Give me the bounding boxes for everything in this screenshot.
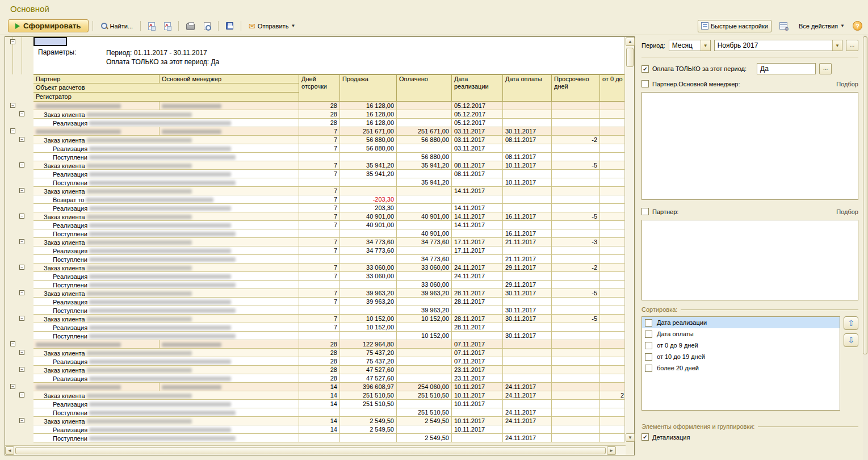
cell-days[interactable] bbox=[299, 306, 340, 315]
expander-icon[interactable]: − bbox=[19, 265, 24, 270]
table-row[interactable]: Поступлени10 152,0030.11.2017 bbox=[5, 332, 626, 340]
cell-range0[interactable] bbox=[600, 178, 626, 187]
cell-days[interactable]: 7 bbox=[299, 264, 340, 272]
cell-date-real[interactable]: 07.11.2017 bbox=[452, 349, 503, 357]
cell-days[interactable]: 28 bbox=[299, 102, 340, 110]
cell-document[interactable]: Поступлени bbox=[33, 255, 299, 264]
cell-date-pay[interactable] bbox=[503, 425, 552, 434]
table-row[interactable]: −Заказ клиента733 060,0033 060,0024.11.2… bbox=[5, 264, 626, 272]
cell-date-real[interactable]: 08.11.2017 bbox=[452, 170, 503, 178]
table-row[interactable]: Реализация734 773,6017.11.2017 bbox=[5, 246, 626, 255]
cell-sale[interactable]: 35 941,20 bbox=[340, 170, 397, 178]
cell-date-pay[interactable] bbox=[503, 102, 552, 110]
cell-range0[interactable] bbox=[600, 332, 626, 340]
cell-document[interactable]: Реализация bbox=[33, 323, 299, 332]
cell-sale[interactable] bbox=[340, 434, 397, 442]
cell-date-real[interactable]: 17.11.2017 bbox=[452, 238, 503, 246]
expander-icon[interactable]: − bbox=[10, 103, 15, 108]
cell-range0[interactable] bbox=[600, 289, 626, 298]
cell-date-pay[interactable] bbox=[503, 323, 552, 332]
cell-range0[interactable] bbox=[600, 246, 626, 255]
expander-icon[interactable]: − bbox=[19, 239, 24, 244]
cell-paid[interactable] bbox=[397, 221, 452, 229]
cell-date-pay[interactable]: 24.11.2017 bbox=[503, 383, 552, 391]
cell-days[interactable]: 7 bbox=[299, 246, 340, 255]
cell-date-pay[interactable] bbox=[503, 170, 552, 178]
cell-date-pay[interactable]: 29.11.2017 bbox=[503, 264, 552, 272]
cell-document[interactable]: Заказ клиента bbox=[33, 349, 299, 357]
cell-paid[interactable] bbox=[397, 340, 452, 349]
table-row[interactable]: −Заказ клиента734 773,6034 773,6017.11.2… bbox=[5, 238, 626, 246]
expand-groups-button[interactable] bbox=[145, 20, 158, 32]
table-row[interactable]: −Заказ клиента756 880,0056 880,0003.11.2… bbox=[5, 136, 626, 144]
cell-sale[interactable]: 75 437,20 bbox=[340, 349, 397, 357]
cell-range0[interactable] bbox=[600, 110, 626, 119]
cell-days[interactable]: 28 bbox=[299, 110, 340, 119]
cell-date-pay[interactable] bbox=[503, 221, 552, 229]
vertical-scroll-thumb[interactable] bbox=[626, 48, 634, 67]
cell-range0[interactable] bbox=[600, 425, 626, 434]
cell-range0[interactable] bbox=[600, 212, 626, 221]
partner-pick-link[interactable]: Подбор bbox=[836, 208, 858, 215]
print-button[interactable] bbox=[183, 20, 198, 32]
cell-range0[interactable] bbox=[600, 119, 626, 127]
cell-days[interactable]: 28 bbox=[299, 357, 340, 366]
cell-days[interactable] bbox=[299, 408, 340, 417]
report-variants-button[interactable] bbox=[776, 20, 791, 32]
manager-filter-list[interactable] bbox=[641, 92, 858, 200]
cell-range0[interactable]: 2 bbox=[600, 391, 626, 400]
cell-date-real[interactable]: 03.11.2017 bbox=[452, 127, 503, 136]
cell-sale[interactable]: 251 671,00 bbox=[340, 127, 397, 136]
expander-icon[interactable]: − bbox=[19, 316, 24, 321]
cell-date-pay[interactable]: 30.11.2017 bbox=[503, 306, 552, 315]
cell-range0[interactable] bbox=[600, 417, 626, 425]
cell-date-real[interactable]: 05.12.2017 bbox=[452, 119, 503, 127]
cell-document[interactable]: Заказ клиента bbox=[33, 110, 299, 119]
cell-document[interactable]: Поступлени bbox=[33, 434, 299, 442]
cell-date-real[interactable]: 08.11.2017 bbox=[452, 161, 503, 170]
cell-sale[interactable] bbox=[340, 306, 397, 315]
table-row[interactable]: Реализация2875 437,2007.11.2017 bbox=[5, 357, 626, 366]
cell-overdue[interactable]: -3 bbox=[552, 238, 600, 246]
cell-overdue[interactable] bbox=[552, 119, 600, 127]
expander-icon[interactable]: − bbox=[19, 350, 24, 355]
cell-days[interactable]: 28 bbox=[299, 119, 340, 127]
cell-overdue[interactable] bbox=[552, 357, 600, 366]
cell-date-pay[interactable] bbox=[503, 195, 552, 204]
cell-document[interactable]: Заказ клиента bbox=[33, 212, 299, 221]
cell-document[interactable]: Реализация bbox=[33, 144, 299, 153]
table-row[interactable]: Реализация7203,3014.11.2017 bbox=[5, 204, 626, 212]
cell-range0[interactable] bbox=[600, 374, 626, 383]
cell-overdue[interactable]: -5 bbox=[552, 315, 600, 323]
cell-date-real[interactable]: 23.11.2017 bbox=[452, 374, 503, 383]
table-row[interactable]: −Заказ клиента14251 510,50251 510,5010.1… bbox=[5, 391, 626, 400]
scroll-down-icon[interactable]: ▼ bbox=[626, 433, 635, 442]
cell-days[interactable]: 14 bbox=[299, 383, 340, 391]
table-row[interactable]: Реализация739 963,2028.11.2017 bbox=[5, 298, 626, 306]
chevron-down-icon[interactable]: ▼ bbox=[701, 40, 710, 51]
cell-date-real[interactable]: 23.11.2017 bbox=[452, 366, 503, 374]
cell-sale[interactable]: 396 608,97 bbox=[340, 383, 397, 391]
sort-item-0[interactable]: Дата реализации bbox=[642, 317, 840, 328]
cell-date-pay[interactable]: 21.11.2017 bbox=[503, 238, 552, 246]
move-down-button[interactable]: ⇩ bbox=[844, 333, 858, 347]
cell-overdue[interactable] bbox=[552, 425, 600, 434]
cell-range0[interactable] bbox=[600, 170, 626, 178]
panel-scrollbar[interactable] bbox=[863, 35, 868, 460]
cell-sale[interactable]: -203,30 bbox=[340, 195, 397, 204]
cell-sale[interactable]: 33 060,00 bbox=[340, 272, 397, 281]
cell-date-pay[interactable] bbox=[503, 110, 552, 119]
cell-date-real[interactable]: 03.11.2017 bbox=[452, 136, 503, 144]
cell-range0[interactable] bbox=[600, 221, 626, 229]
cell-days[interactable]: 14 bbox=[299, 391, 340, 400]
cell-range0[interactable] bbox=[600, 153, 626, 161]
cell-overdue[interactable] bbox=[552, 229, 600, 238]
header-col-6[interactable]: от 0 до bbox=[600, 74, 626, 102]
cell-sale[interactable]: 16 128,00 bbox=[340, 110, 397, 119]
cell-overdue[interactable] bbox=[552, 127, 600, 136]
cell-paid[interactable] bbox=[397, 187, 452, 195]
cell-paid[interactable]: 251 510,50 bbox=[397, 408, 452, 417]
cell-partner[interactable] bbox=[33, 127, 160, 136]
cell-days[interactable]: 14 bbox=[299, 425, 340, 434]
cell-date-pay[interactable]: 08.11.2017 bbox=[503, 153, 552, 161]
